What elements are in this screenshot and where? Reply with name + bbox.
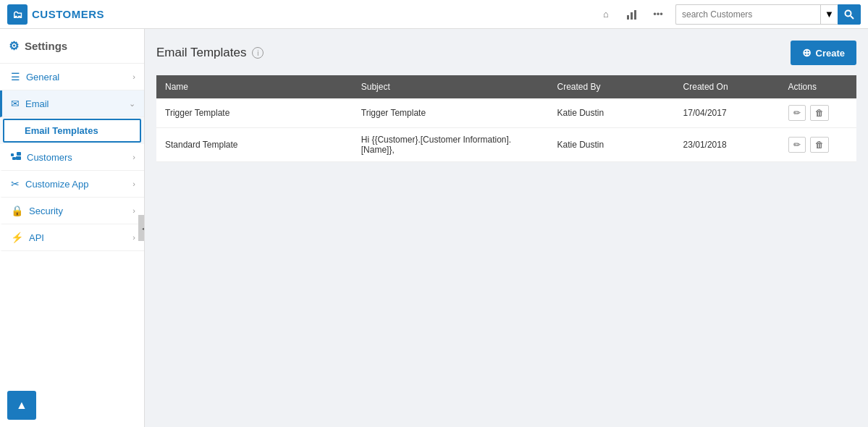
sidebar-collapse-btn[interactable]: ◀ — [138, 215, 145, 241]
cell-subject-0: Trigger Template — [353, 98, 549, 128]
col-header-created-by: Created By — [549, 75, 675, 98]
chevron-right-icon-customize: › — [132, 179, 135, 188]
info-icon[interactable]: i — [252, 47, 264, 59]
sidebar-item-label-api: API — [29, 232, 132, 243]
svg-point-3 — [846, 10, 851, 16]
delete-button-1[interactable]: 🗑 — [810, 137, 829, 153]
sidebar-header: ⚙ Settings — [0, 29, 144, 64]
cell-created-by-0: Katie Dustin — [549, 98, 675, 128]
app-title: CUSTOMERS — [32, 8, 104, 20]
scroll-top-button[interactable]: ▲ — [7, 391, 36, 420]
col-header-subject: Subject — [353, 75, 549, 98]
more-options-icon[interactable]: ••• — [646, 3, 670, 26]
table-row: Trigger Template Trigger Template Katie … — [156, 98, 856, 128]
sidebar-item-label-security: Security — [29, 206, 132, 216]
page-title-text: Email Templates — [156, 46, 246, 60]
email-icon: ✉ — [11, 98, 20, 109]
cell-name-0: Trigger Template — [156, 98, 353, 128]
top-nav: 🗂 CUSTOMERS ⌂ ••• ▼ — [0, 0, 868, 29]
svg-rect-5 — [11, 153, 14, 156]
sidebar: ⚙ Settings ☰ General › ✉ Email ⌄ Email T… — [0, 29, 145, 427]
create-btn-label: Create — [816, 48, 845, 59]
content-header: Email Templates i ⊕ Create — [156, 41, 856, 65]
page-title: Email Templates i — [156, 46, 264, 60]
cell-created-by-1: Katie Dustin — [549, 128, 675, 162]
email-templates-table: Name Subject Created By Created On Actio… — [156, 75, 856, 162]
edit-button-1[interactable]: ✏ — [788, 137, 806, 153]
chevron-right-icon: › — [132, 72, 135, 81]
delete-button-0[interactable]: 🗑 — [810, 105, 829, 121]
cell-name-1: Standard Template — [156, 128, 353, 162]
table-row: Standard Template Hi {{Customer}.[Custom… — [156, 128, 856, 162]
cell-actions-0: ✏ 🗑 — [780, 98, 856, 128]
chevron-right-icon-api: › — [132, 233, 135, 242]
sidebar-item-api[interactable]: ⚡ API › — [0, 224, 144, 251]
sidebar-item-email[interactable]: ✉ Email ⌄ — [0, 90, 144, 117]
chevron-down-icon: ▼ — [825, 9, 834, 20]
sidebar-item-label-customers: Customers — [27, 152, 132, 163]
settings-gear-icon: ⚙ — [9, 39, 19, 53]
sidebar-item-general[interactable]: ☰ General › — [0, 64, 144, 90]
svg-rect-7 — [17, 152, 21, 156]
table-body: Trigger Template Trigger Template Katie … — [156, 98, 856, 162]
home-icon[interactable]: ⌂ — [594, 3, 618, 26]
col-header-name: Name — [156, 75, 353, 98]
svg-rect-6 — [12, 157, 16, 160]
plus-icon: ⊕ — [802, 46, 812, 59]
sidebar-item-email-templates[interactable]: Email Templates — [3, 119, 141, 143]
main-layout: ⚙ Settings ☰ General › ✉ Email ⌄ Email T… — [0, 29, 868, 427]
sidebar-bottom: ▲ — [0, 384, 144, 427]
sidebar-item-label-email: Email — [25, 98, 129, 109]
sidebar-item-customize-app[interactable]: ✂ Customize App › — [0, 171, 144, 198]
svg-line-4 — [851, 16, 854, 19]
edit-button-0[interactable]: ✏ — [788, 105, 806, 121]
customize-icon: ✂ — [11, 178, 20, 190]
cell-created-on-1: 23/01/2018 — [675, 128, 780, 162]
email-templates-label: Email Templates — [25, 125, 98, 136]
api-icon: ⚡ — [11, 232, 23, 243]
cell-actions-1: ✏ 🗑 — [780, 128, 856, 162]
sidebar-title: Settings — [25, 40, 67, 52]
app-brand: 🗂 CUSTOMERS — [7, 4, 104, 25]
search-input[interactable] — [675, 4, 820, 25]
customers-icon — [11, 151, 21, 163]
svg-rect-8 — [16, 156, 21, 160]
chevron-right-icon-customers: › — [132, 153, 135, 161]
brand-icon: 🗂 — [7, 4, 28, 25]
cell-subject-1: Hi {{Customer}.[Customer Information].[N… — [353, 128, 549, 162]
chevron-down-icon: ⌄ — [129, 99, 135, 109]
sidebar-item-security[interactable]: 🔒 Security › — [0, 198, 144, 224]
chevron-right-icon-security: › — [132, 206, 135, 215]
search-container: ▼ — [675, 4, 861, 25]
cell-created-on-0: 17/04/2017 — [675, 98, 780, 128]
sidebar-item-label-customize: Customize App — [25, 179, 132, 190]
top-nav-icons: ⌂ ••• — [594, 3, 670, 26]
general-icon: ☰ — [11, 71, 20, 83]
sidebar-email-submenu: Email Templates — [0, 117, 144, 144]
search-button[interactable] — [838, 4, 861, 25]
col-header-actions: Actions — [780, 75, 856, 98]
sidebar-item-customers[interactable]: Customers › — [0, 144, 144, 171]
table-header: Name Subject Created By Created On Actio… — [156, 75, 856, 98]
security-icon: 🔒 — [11, 205, 23, 216]
svg-rect-0 — [627, 15, 629, 20]
create-button[interactable]: ⊕ Create — [791, 41, 856, 65]
col-header-created-on: Created On — [675, 75, 780, 98]
svg-rect-1 — [631, 12, 633, 20]
main-content: Email Templates i ⊕ Create Name Subject … — [145, 29, 868, 427]
sidebar-item-label-general: General — [26, 72, 132, 83]
svg-rect-2 — [634, 10, 636, 20]
search-dropdown-btn[interactable]: ▼ — [820, 4, 838, 25]
chart-icon[interactable] — [620, 3, 644, 26]
